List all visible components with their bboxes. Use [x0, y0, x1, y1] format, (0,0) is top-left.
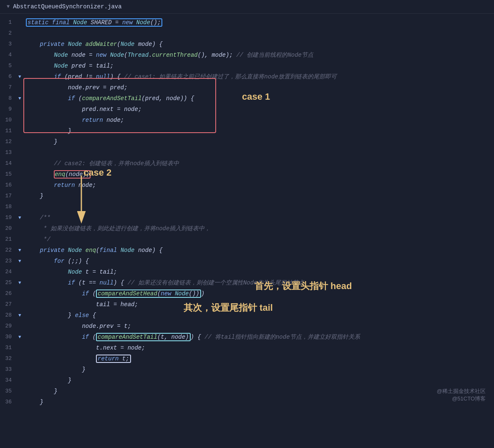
- code-line-20: 20 * 如果没创建链表，则此处进行创建，并将node插入到链表中，: [0, 223, 494, 234]
- code-line-2: 2: [0, 28, 494, 39]
- code-line-22: 22 ▼ private Node enq(final Node node) {: [0, 245, 494, 256]
- code-line-25: 25 ▼ if (t == null) { // 如果还没有创建链表，则创建一个…: [0, 277, 494, 288]
- code-line-35: 35 }: [0, 386, 494, 397]
- code-line-23: 23 ▼ for (;;) {: [0, 256, 494, 267]
- code-line-21: 21 */: [0, 234, 494, 245]
- code-line-12: 12 }: [0, 136, 494, 147]
- code-container: 1 static final Node SHARED = new Node();…: [0, 14, 494, 411]
- code-line-9: 9 pred.next = node;: [0, 104, 494, 115]
- code-line-10: 10 return node;: [0, 115, 494, 126]
- code-line-31: 31 t.next = node;: [0, 342, 494, 353]
- code-line-4: 4 Node node = new Node(Thread.currentThr…: [0, 50, 494, 60]
- title-bar: ▼ AbstractQueuedSynchronizer.java: [0, 0, 494, 14]
- code-line-15: 15 enq(node);: [0, 169, 494, 180]
- code-line-34: 34 }: [0, 375, 494, 386]
- case2-annotation: case 2: [83, 167, 111, 178]
- watermark-line2: @51CTO博客: [437, 395, 486, 403]
- head-annotation: 首先，设置头指针 head: [255, 280, 352, 292]
- code-line-5: 5 Node pred = tail;: [0, 60, 494, 71]
- code-line-6: 6 ▼ if (pred != null) { // case1: 如果链表之前…: [0, 71, 494, 82]
- code-line-29: 29 node.prev = t;: [0, 321, 494, 332]
- code-line-24: 24 Node t = tail;: [0, 267, 494, 277]
- code-line-16: 16 return node;: [0, 180, 494, 191]
- code-line-33: 33 }: [0, 364, 494, 375]
- code-line-17: 17 }: [0, 191, 494, 201]
- case1-annotation: case 1: [242, 91, 270, 102]
- code-line-32: 32 return t;: [0, 353, 494, 364]
- watermark-line1: @稀土掘金技术社区: [437, 388, 486, 395]
- code-line-3: 3 private Node addWaiter(Node mode) {: [0, 39, 494, 50]
- code-line-13: 13: [0, 147, 494, 158]
- watermark: @稀土掘金技术社区 @51CTO博客: [437, 388, 486, 403]
- code-line-18: 18: [0, 201, 494, 212]
- code-line-26: 26 if (compareAndSetHead(new Node())): [0, 288, 494, 299]
- code-line-19: 19 ▼ /**: [0, 212, 494, 223]
- file-title: AbstractQueuedSynchronizer.java: [13, 3, 121, 10]
- code-line-1: 1 static final Node SHARED = new Node();: [0, 17, 494, 28]
- code-line-36: 36 }: [0, 397, 494, 408]
- code-line-30: 30 ▼ if (compareAndSetTail(t, node)) { /…: [0, 332, 494, 342]
- fold-arrow[interactable]: ▼: [7, 4, 10, 10]
- code-line-14: 14 // case2: 创建链表，并将node插入到链表中: [0, 158, 494, 169]
- tail-annotation: 其次，设置尾指针 tail: [184, 302, 273, 314]
- code-line-11: 11 }: [0, 126, 494, 136]
